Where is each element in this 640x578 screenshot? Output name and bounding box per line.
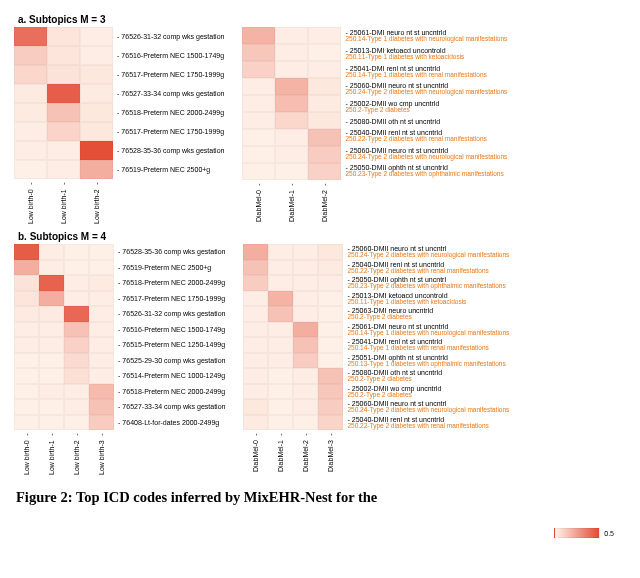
heatmap-cell: [89, 306, 114, 322]
heatmap-cell: [242, 44, 275, 61]
heatmap-grid: [14, 244, 114, 431]
heatmap-cell: [47, 46, 80, 65]
heatmap-cell: [47, 84, 80, 103]
heatmap-cell: [80, 27, 113, 46]
heatmap-cell: [80, 122, 113, 141]
heatmap-cell: [39, 275, 64, 291]
heatmap-cell: [268, 260, 293, 276]
heatmap-cell: [89, 353, 114, 369]
row-sublabel: 250.22-Type 2 diabetes with renal manife…: [345, 136, 507, 143]
heatmap-cell: [293, 399, 318, 415]
heatmap-cell: [64, 244, 89, 260]
heatmap-cell: [89, 337, 114, 353]
heatmap-cell: [89, 399, 114, 415]
heatmap-cell: [308, 95, 341, 112]
panel-b-label: b. Subtopics M = 4: [18, 231, 626, 242]
heatmap-cell: [64, 415, 89, 431]
heatmap-cell: [275, 95, 308, 112]
heatmap-cell: [268, 353, 293, 369]
colorbar-tick: 0.5: [604, 530, 614, 537]
row-label: -76518-Preterm NEC 2000-2499g: [118, 279, 225, 286]
col-labels: DiabMel-0-DiabMel-1-DiabMel-2-: [242, 181, 341, 227]
heatmap-cell: [293, 275, 318, 291]
heatmap-cell: [275, 163, 308, 180]
heatmap-b-left: -76528-35-36 comp wks gestation-76519-Pr…: [14, 244, 225, 477]
heatmap-cell: [243, 384, 268, 400]
col-label: Low birth-0-: [14, 180, 47, 226]
heatmap-cell: [242, 146, 275, 163]
row-sublabel: 250.13-Type 1 diabetes with ophthalmic m…: [347, 361, 509, 368]
heatmap-cell: [318, 415, 343, 431]
heatmap-cell: [14, 160, 47, 179]
row-label-group: -25040-DMII renl nt st uncntrld250.22-Ty…: [345, 129, 507, 143]
heatmap-cell: [242, 112, 275, 129]
heatmap-cell: [47, 27, 80, 46]
heatmap-cell: [268, 322, 293, 338]
heatmap-cell: [268, 275, 293, 291]
heatmap-cell: [64, 353, 89, 369]
heatmap-cell: [47, 141, 80, 160]
heatmap-cell: [14, 275, 39, 291]
row-sublabel: 250.14-Type 1 diabetes with neurological…: [347, 330, 509, 337]
heatmap-cell: [318, 306, 343, 322]
heatmap-cell: [242, 129, 275, 146]
row-label-group: -76517-Preterm NEC 1750-1999g: [117, 128, 224, 135]
row-label-group: -76525-29-30 comp wks gestation: [118, 357, 225, 364]
heatmap-cell: [89, 260, 114, 276]
row-labels: -25061-DMI neuro nt st uncntrld250.14-Ty…: [345, 27, 507, 180]
row-label-group: -76518-Preterm NEC 2000-2499g: [118, 279, 225, 286]
heatmap-grid: [14, 27, 113, 180]
heatmap-cell: [14, 368, 39, 384]
heatmap-cell: [293, 244, 318, 260]
heatmap-cell: [89, 415, 114, 431]
row-label-group: -76516-Preterm NEC 1500-1749g: [118, 326, 225, 333]
heatmap-area: -76526-31-32 comp wks gestation-76516-Pr…: [14, 27, 224, 180]
heatmap-cell: [268, 415, 293, 431]
row-sublabel: 250.14-Type 1 diabetes with renal manife…: [347, 345, 509, 352]
row-label: -76525-29-30 comp wks gestation: [118, 357, 225, 364]
heatmap-cell: [308, 163, 341, 180]
row-sublabel: 250.11-Type 1 diabetes with ketoacidosis: [347, 299, 509, 306]
col-label: DiabMel-2-: [293, 431, 318, 477]
heatmap-cell: [14, 84, 47, 103]
row-sublabel: 250.2-Type 2 diabetes: [345, 107, 507, 114]
col-labels: DiabMel-0-DiabMel-1-DiabMel-2-DiabMel-3-: [243, 431, 343, 477]
heatmap-cell: [242, 95, 275, 112]
row-sublabel: 250.14-Type 1 diabetes with neurological…: [345, 36, 507, 43]
heatmap-cell: [243, 244, 268, 260]
heatmap-cell: [80, 84, 113, 103]
heatmap-cell: [14, 337, 39, 353]
heatmap-cell: [14, 306, 39, 322]
row-label: -76527-33-34 comp wks gestation: [117, 90, 224, 97]
heatmap-cell: [39, 260, 64, 276]
row-label-group: -76517-Preterm NEC 1750-1999g: [117, 71, 224, 78]
row-sublabel: 250.11-Type 1 diabetes with ketoacidosis: [345, 54, 507, 61]
heatmap-cell: [275, 27, 308, 44]
heatmap-grid: [243, 244, 343, 431]
col-label: DiabMel-2-: [308, 181, 341, 227]
row-label-group: -25040-DMII renl nt st uncntrld250.22-Ty…: [347, 416, 509, 430]
row-label-group: -25063-DMI neuro uncntrld250.2-Type 2 di…: [347, 307, 509, 321]
row-label: -76515-Preterm NEC 1250-1499g: [118, 341, 225, 348]
heatmap-cell: [14, 399, 39, 415]
row-label: -76517-Preterm NEC 1750-1999g: [118, 295, 225, 302]
heatmap-cell: [39, 399, 64, 415]
row-sublabel: 250.24-Type 2 diabetes with neurological…: [345, 89, 507, 96]
heatmap-cell: [242, 78, 275, 95]
heatmap-cell: [275, 78, 308, 95]
row-label: -76517-Preterm NEC 1750-1999g: [117, 128, 224, 135]
heatmap-cell: [242, 163, 275, 180]
heatmap-cell: [14, 103, 47, 122]
row-sublabel: 250.14-Type 1 diabetes with renal manife…: [345, 72, 507, 79]
col-label: Low birth-2-: [64, 431, 89, 477]
panels-row-a: -76526-31-32 comp wks gestation-76516-Pr…: [14, 27, 626, 227]
colorbar-legend: 0.5: [554, 528, 614, 538]
heatmap-cell: [80, 46, 113, 65]
heatmap-area: -25061-DMI neuro nt st uncntrld250.14-Ty…: [242, 27, 507, 181]
heatmap-cell: [293, 306, 318, 322]
row-label: -76526-31-32 comp wks gestation: [118, 310, 225, 317]
heatmap-cell: [14, 291, 39, 307]
heatmap-cell: [80, 65, 113, 84]
heatmap-cell: [14, 27, 47, 46]
heatmap-cell: [64, 260, 89, 276]
